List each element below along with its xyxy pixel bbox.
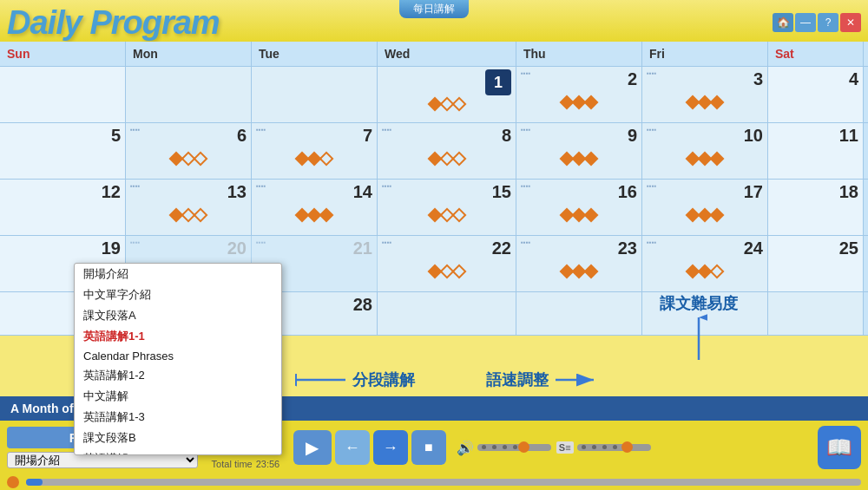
date-4: 4 xyxy=(849,69,858,89)
week-3: 12 ▪▪▪▪ 13 ▪▪▪▪ 14 xyxy=(0,180,868,236)
cell-mon-empty[interactable] xyxy=(126,67,252,122)
dropdown-item-2[interactable]: 中文單字介紹 xyxy=(75,284,281,305)
prev-button[interactable]: ← xyxy=(335,430,370,465)
mini-icons: ▪▪▪▪ xyxy=(130,238,140,246)
cell-sun-12[interactable]: 12 xyxy=(0,180,126,235)
cell-sat-11[interactable]: 11 xyxy=(768,123,864,179)
cell-sat-empty[interactable] xyxy=(768,292,864,335)
close-button[interactable]: ✕ xyxy=(840,13,861,32)
cell-sat-25[interactable]: 25 xyxy=(768,236,864,291)
date-20: 20 xyxy=(227,238,247,258)
cell-wed-22[interactable]: ▪▪▪▪ 22 xyxy=(378,236,516,291)
yushu-label: 語速調整 xyxy=(486,369,549,390)
cell-fri-17[interactable]: ▪▪▪▪ 17 xyxy=(642,180,768,235)
mini-icons: ▪▪▪▪ xyxy=(382,182,391,190)
date-24: 24 xyxy=(744,238,763,258)
header-mon: Mon xyxy=(126,42,252,66)
dropdown-item-10[interactable]: 英語講解2-1 xyxy=(75,448,281,454)
diamonds-10 xyxy=(647,150,763,167)
dropdown-item-9[interactable]: 課文段落B xyxy=(75,428,281,448)
cell-wed-1[interactable]: 1 xyxy=(378,67,516,122)
diamonds-24 xyxy=(647,263,763,280)
progress-handle[interactable] xyxy=(7,476,19,488)
diamond-filled xyxy=(584,152,599,167)
cell-thu-9[interactable]: ▪▪▪▪ 9 xyxy=(516,123,642,179)
mini-icons: ▪▪▪▪ xyxy=(130,126,140,134)
cell-sat-4[interactable]: 4 xyxy=(768,67,864,122)
date-21: 21 xyxy=(353,238,372,258)
book-button[interactable]: 📖 xyxy=(818,426,861,469)
volume-thumb[interactable] xyxy=(518,441,529,453)
diamonds-2 xyxy=(521,94,637,111)
cell-sun-empty[interactable] xyxy=(0,67,126,122)
lesson-dropdown-popup[interactable]: 開場介紹 中文單字介紹 課文段落A 英語講解1-1 Calendar Phras… xyxy=(74,263,282,455)
cell-sun-5[interactable]: 5 xyxy=(0,123,126,179)
cell-wed-15[interactable]: ▪▪▪▪ 15 xyxy=(378,180,516,235)
date-13: 13 xyxy=(227,182,247,202)
stop-button[interactable]: ■ xyxy=(411,430,446,465)
progress-bar[interactable] xyxy=(26,479,861,486)
total-time-section: Total time 23:56 xyxy=(212,459,280,469)
cell-fri-3[interactable]: ▪▪▪▪ 3 xyxy=(642,67,768,122)
mini-icons: ▪▪▪▪ xyxy=(647,182,656,190)
diamonds-9 xyxy=(521,150,637,167)
cell-wed-8[interactable]: ▪▪▪▪ 8 xyxy=(378,123,516,179)
date-9: 9 xyxy=(628,126,637,146)
header-sat: Sat xyxy=(768,42,864,66)
date-12: 12 xyxy=(102,182,121,202)
cell-thu-16[interactable]: ▪▪▪▪ 16 xyxy=(516,180,642,235)
diamond-filled xyxy=(584,208,599,223)
cell-fri-24[interactable]: ▪▪▪▪ 24 xyxy=(642,236,768,291)
cell-mon-6[interactable]: ▪▪▪▪ 6 xyxy=(126,123,252,179)
date-5: 5 xyxy=(111,126,121,146)
date-16: 16 xyxy=(618,182,637,202)
cell-tue-7[interactable]: ▪▪▪▪ 7 xyxy=(252,123,378,179)
cell-tue-empty[interactable] xyxy=(252,67,378,122)
day-headers: Sun Mon Tue Wed Thu Fri Sat xyxy=(0,42,868,67)
annotation-difficulty: 課文難易度 xyxy=(660,293,738,362)
dropdown-item-5[interactable]: Calendar Phrases xyxy=(75,347,281,365)
date-11: 11 xyxy=(839,126,858,146)
mini-icons: ▪▪▪▪ xyxy=(521,69,530,77)
cell-thu-empty[interactable] xyxy=(516,292,642,335)
cell-thu-2[interactable]: ▪▪▪▪ 2 xyxy=(516,67,642,122)
help-button[interactable]: ? xyxy=(818,13,838,32)
cell-tue-14[interactable]: ▪▪▪▪ 14 xyxy=(252,180,378,235)
cell-sat-18[interactable]: 18 xyxy=(768,180,864,235)
annotation-fenduan: 分段講解 xyxy=(295,369,415,390)
speed-thumb[interactable] xyxy=(621,441,633,453)
dropdown-item-4[interactable]: 英語講解1-1 xyxy=(75,326,281,347)
volume-slider[interactable] xyxy=(477,444,551,451)
cell-mon-13[interactable]: ▪▪▪▪ 13 xyxy=(126,180,252,235)
speed-section: S≡ xyxy=(556,441,651,454)
mini-icons: ▪▪▪▪ xyxy=(647,238,656,246)
dropdown-item-1[interactable]: 開場介紹 xyxy=(75,264,281,284)
date-3: 3 xyxy=(753,69,763,89)
dropdown-item-3[interactable]: 課文段落A xyxy=(75,305,281,326)
diamond-filled xyxy=(710,95,725,110)
next-button[interactable]: → xyxy=(373,430,408,465)
mini-icons: ▪▪▪▪ xyxy=(256,238,266,246)
diamond-outline xyxy=(194,152,208,167)
date-2: 2 xyxy=(628,69,637,89)
date-28: 28 xyxy=(353,295,372,315)
home-button[interactable]: 🏠 xyxy=(773,13,793,32)
speed-slider[interactable] xyxy=(577,444,651,451)
app-title: Daily Program xyxy=(7,6,220,39)
volume-icon: 🔊 xyxy=(457,440,474,456)
dropdown-scroll[interactable]: 開場介紹 中文單字介紹 課文段落A 英語講解1-1 Calendar Phras… xyxy=(75,264,281,454)
mini-icons: ▪▪▪▪ xyxy=(382,126,391,134)
diamond-outline xyxy=(451,97,466,112)
progress-row xyxy=(0,474,868,490)
play-button[interactable]: ▶ xyxy=(293,430,332,465)
date-23: 23 xyxy=(618,238,637,258)
dropdown-item-6[interactable]: 英語講解1-2 xyxy=(75,365,281,386)
dropdown-item-7[interactable]: 中文講解 xyxy=(75,386,281,407)
cell-fri-10[interactable]: ▪▪▪▪ 10 xyxy=(642,123,768,179)
dropdown-item-8[interactable]: 英語講解1-3 xyxy=(75,407,281,428)
mini-icons: ▪▪▪▪ xyxy=(647,126,656,134)
progress-fill xyxy=(26,479,43,486)
minimize-button[interactable]: — xyxy=(795,13,816,32)
cell-thu-23[interactable]: ▪▪▪▪ 23 xyxy=(516,236,642,291)
cell-wed-empty[interactable] xyxy=(378,292,516,335)
